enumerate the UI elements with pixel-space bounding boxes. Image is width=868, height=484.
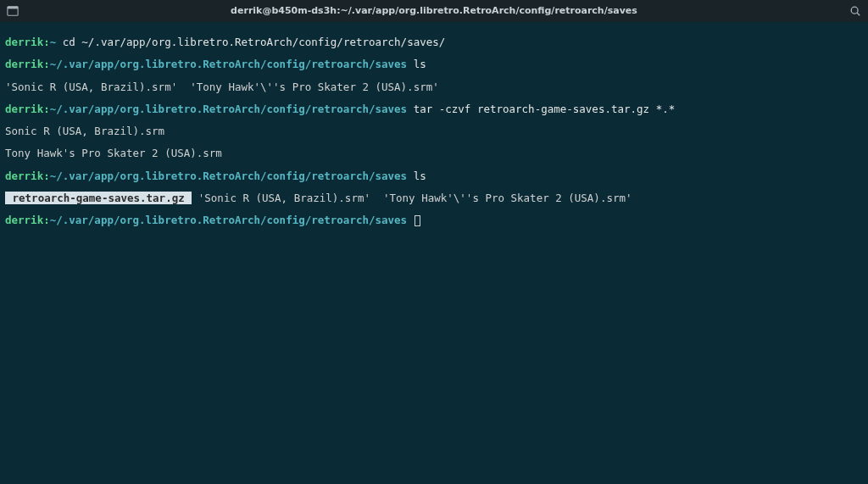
- prompt-user: derrik: [5, 170, 43, 182]
- archive-file-highlighted: retroarch-game-saves.tar.gz: [5, 192, 192, 204]
- output-text: 'Sonic R (USA, Brazil).srm' 'Tony Hawk'\…: [5, 81, 439, 93]
- prompt-path: ~/.var/app/org.libretro.RetroArch/config…: [50, 58, 407, 70]
- terminal-line: 'Sonic R (USA, Brazil).srm' 'Tony Hawk'\…: [5, 81, 863, 92]
- command-text: [56, 36, 63, 48]
- prompt-path: ~/.var/app/org.libretro.RetroArch/config…: [50, 170, 407, 182]
- terminal-line: retroarch-game-saves.tar.gz 'Sonic R (US…: [5, 192, 863, 203]
- window-titlebar: derrik@b450m-ds3h:~/.var/app/org.libretr…: [0, 0, 868, 22]
- output-text: 'Sonic R (USA, Brazil).srm' 'Tony Hawk'\…: [192, 192, 632, 204]
- titlebar-actions: [849, 5, 861, 17]
- prompt-user: derrik: [5, 58, 43, 70]
- prompt-sep: :: [43, 103, 50, 115]
- command-text: tar -czvf retroarch-game-saves.tar.gz *.…: [414, 103, 676, 115]
- terminal-line: derrik:~ cd ~/.var/app/org.libretro.Retr…: [5, 36, 863, 47]
- svg-line-3: [857, 13, 860, 15]
- terminal-line: Tony Hawk's Pro Skater 2 (USA).srm: [5, 147, 863, 159]
- command-text: ls: [414, 170, 426, 182]
- output-text: Sonic R (USA, Brazil).srm: [5, 125, 164, 137]
- command-text: [407, 103, 414, 115]
- terminal-cursor: [415, 215, 420, 226]
- terminal-line: Sonic R (USA, Brazil).srm: [5, 125, 863, 136]
- command-text: ls: [414, 58, 426, 70]
- terminal-line: derrik:~/.var/app/org.libretro.RetroArch…: [5, 103, 863, 114]
- prompt-path: ~/.var/app/org.libretro.RetroArch/config…: [50, 103, 407, 115]
- terminal-line: derrik:~/.var/app/org.libretro.RetroArch…: [5, 58, 863, 70]
- prompt-sep: :: [43, 58, 50, 70]
- prompt-user: derrik: [5, 36, 43, 48]
- terminal-icon: [7, 5, 19, 17]
- search-icon[interactable]: [849, 5, 861, 17]
- command-text: [407, 214, 414, 226]
- output-text: Tony Hawk's Pro Skater 2 (USA).srm: [5, 147, 222, 159]
- window-title: derrik@b450m-ds3h:~/.var/app/org.libretr…: [231, 6, 637, 16]
- prompt-sep: :: [43, 36, 50, 48]
- command-text: [407, 58, 414, 70]
- prompt-path: ~/.var/app/org.libretro.RetroArch/config…: [50, 214, 407, 226]
- svg-rect-1: [8, 7, 18, 9]
- command-text: cd ~/.var/app/org.libretro.RetroArch/con…: [63, 36, 446, 48]
- prompt-user: derrik: [5, 103, 43, 115]
- command-text: [407, 170, 414, 182]
- terminal-output[interactable]: derrik:~ cd ~/.var/app/org.libretro.Retr…: [0, 22, 868, 241]
- svg-point-2: [851, 7, 858, 14]
- prompt-sep: :: [43, 214, 50, 226]
- terminal-line: derrik:~/.var/app/org.libretro.RetroArch…: [5, 170, 863, 181]
- prompt-user: derrik: [5, 214, 43, 226]
- prompt-sep: :: [43, 170, 50, 182]
- terminal-line: derrik:~/.var/app/org.libretro.RetroArch…: [5, 214, 863, 226]
